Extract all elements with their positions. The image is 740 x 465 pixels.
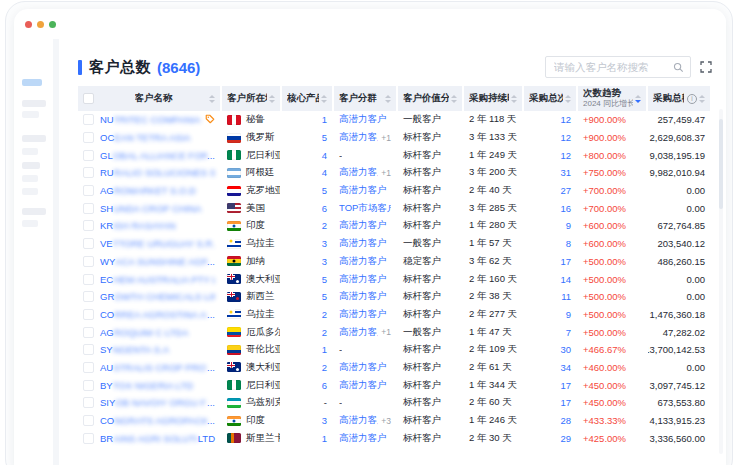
total-purchases-link[interactable]: 12: [560, 150, 571, 161]
row-checkbox[interactable]: [83, 415, 94, 426]
row-checkbox[interactable]: [83, 344, 94, 355]
core-products-link[interactable]: 3: [322, 415, 327, 426]
column-header-tier[interactable]: 客户价值分层: [398, 86, 462, 111]
table-row[interactable]: GROWTH CHEMICALS LIMITED新西兰5高潜力客户标杆客户2 年…: [78, 288, 710, 306]
column-header-location[interactable]: 客户所在地: [222, 86, 280, 111]
core-products-link[interactable]: 5: [322, 274, 327, 285]
window-close-button[interactable]: [25, 21, 32, 28]
segment-link[interactable]: 高潜力客户: [339, 273, 387, 286]
total-purchases-link[interactable]: 27: [560, 185, 571, 196]
sort-icon[interactable]: [511, 95, 517, 103]
info-icon[interactable]: [687, 94, 697, 104]
core-products-link[interactable]: 2: [322, 220, 327, 231]
segment-link[interactable]: 高潜力客户: [339, 308, 387, 321]
table-row[interactable]: CONGRATS AGROPACK PRIVATE...印度3高潜力客户+3标杆…: [78, 412, 710, 430]
table-row[interactable]: VETTORE URUGUAY S.R.L乌拉圭3高潜力客户一般客户1 年 57…: [78, 235, 710, 253]
row-checkbox[interactable]: [83, 309, 94, 320]
sort-icon[interactable]: [699, 95, 705, 103]
row-checkbox[interactable]: [83, 185, 94, 196]
column-header-name[interactable]: 客户名称: [78, 86, 220, 111]
core-products-link[interactable]: 4: [322, 167, 327, 178]
core-products-link[interactable]: 5: [322, 291, 327, 302]
core-products-link[interactable]: 1: [322, 114, 327, 125]
customer-name-link[interactable]: WYACA SUNSHINE AGRO PRODU...: [100, 256, 215, 267]
table-row[interactable]: SHUNDA CROP CHINA美国6TOP市场客户标杆客户3 年 285 天…: [78, 199, 710, 217]
total-purchases-link[interactable]: 16: [560, 203, 571, 214]
total-purchases-link[interactable]: 17: [560, 380, 571, 391]
row-checkbox[interactable]: [83, 167, 94, 178]
total-purchases-link[interactable]: 31: [560, 167, 571, 178]
row-checkbox[interactable]: [83, 114, 94, 125]
customer-name-link[interactable]: VETTORE URUGUAY S.R.L: [100, 238, 215, 249]
column-header-duration[interactable]: 采购持续时间: [464, 86, 522, 111]
sort-icon[interactable]: [565, 95, 571, 103]
core-products-link[interactable]: 3: [322, 256, 327, 267]
row-checkbox[interactable]: [83, 274, 94, 285]
column-header-segment[interactable]: 客户分群: [334, 86, 396, 111]
core-products-link[interactable]: 2: [322, 309, 327, 320]
segment-link[interactable]: 高潜力客户: [339, 326, 378, 339]
table-row[interactable]: NUTRITEC COMPANIA S.A.C秘鲁1高潜力客户一般客户2 年 1…: [78, 111, 710, 129]
search-input[interactable]: [552, 60, 673, 74]
total-purchases-link[interactable]: 11: [561, 291, 571, 302]
total-purchases-link[interactable]: 12: [560, 132, 571, 143]
row-checkbox[interactable]: [83, 132, 94, 143]
segment-link[interactable]: 高潜力客户: [339, 113, 387, 126]
segment-link[interactable]: TOP市场客户: [339, 202, 391, 215]
row-checkbox[interactable]: [83, 256, 94, 267]
column-header-total[interactable]: 采购总额: [648, 86, 710, 111]
row-checkbox[interactable]: [83, 220, 94, 231]
core-products-link[interactable]: 5: [322, 132, 327, 143]
table-row[interactable]: AGROMARKET S.O.D克罗地亚5高潜力客户标杆客户2 年 40 天27…: [78, 182, 710, 200]
total-purchases-link[interactable]: 17: [560, 256, 571, 267]
total-purchases-link[interactable]: 12: [560, 114, 571, 125]
search-icon[interactable]: [673, 62, 684, 73]
row-checkbox[interactable]: [83, 203, 94, 214]
column-header-trend[interactable]: 次数趋势2024 同比增长率: [578, 86, 646, 111]
total-purchases-link[interactable]: 30: [560, 344, 571, 355]
table-row[interactable]: BYTOX NIGERIA LTD尼日利亚6高潜力客户标杆客户1 年 344 天…: [78, 376, 710, 394]
column-header-purchases[interactable]: 采购总次数: [524, 86, 576, 111]
sort-icon[interactable]: [635, 95, 641, 103]
segment-link[interactable]: 高潜力客户: [339, 255, 387, 268]
row-checkbox[interactable]: [83, 397, 94, 408]
segment-link[interactable]: 高潜力客户: [339, 432, 387, 445]
customer-name-link[interactable]: GLOBAL ALLIANCE FOR CHEMICA...: [100, 150, 215, 161]
row-checkbox[interactable]: [83, 291, 94, 302]
customer-name-link[interactable]: SIYOB NAVOIY ORGU FERMER X...: [100, 397, 215, 408]
window-minimize-button[interactable]: [37, 21, 44, 28]
total-purchases-link[interactable]: 29: [560, 433, 571, 444]
customer-name-link[interactable]: NUTRITEC COMPANIA S.A.C: [100, 114, 202, 125]
table-row[interactable]: SIYOB NAVOIY ORGU FERMER X...乌兹别克斯坦--标杆客…: [78, 394, 710, 412]
window-zoom-button[interactable]: [49, 21, 56, 28]
table-row[interactable]: RURALIO SOLUCIONES S.A阿根廷4高潜力客户+1标杆客户3 年…: [78, 164, 710, 182]
total-purchases-link[interactable]: 17: [560, 397, 571, 408]
customer-name-link[interactable]: SYNGENTA S.A: [100, 344, 215, 355]
segment-link[interactable]: 高潜力客户: [339, 290, 387, 303]
row-checkbox[interactable]: [83, 327, 94, 338]
sort-icon[interactable]: [209, 95, 215, 103]
sort-icon[interactable]: [321, 95, 327, 103]
customer-name-link[interactable]: RURALIO SOLUCIONES S.A: [100, 167, 215, 178]
table-row[interactable]: AGROQUIM C LTDA厄瓜多尔2高潜力客户+1一般客户1 年 47 天7…: [78, 323, 710, 341]
customer-name-link[interactable]: CORREA AGROSTINA ALIADO R...: [100, 309, 215, 320]
table-row[interactable]: BRAINS AGRI SOLUTIONS PVT LTD斯里兰卡1高潜力客户标…: [78, 429, 710, 447]
total-purchases-link[interactable]: 8: [566, 238, 571, 249]
customer-name-link[interactable]: ECHEM AUSTRALIA PTY LIMITED: [100, 274, 215, 285]
sort-icon[interactable]: [385, 95, 391, 103]
customer-name-link[interactable]: AGROQUIM C LTDA: [100, 327, 215, 338]
table-row[interactable]: ECHEM AUSTRALIA PTY LIMITED澳大利亚5高潜力客户标杆客…: [78, 270, 710, 288]
table-row[interactable]: KRISH RASAYAN印度2高潜力客户标杆客户1 年 280 天9+600.…: [78, 217, 710, 235]
row-checkbox[interactable]: [83, 238, 94, 249]
customer-name-link[interactable]: OCEAN TETRA ASIA: [100, 132, 215, 143]
core-products-link[interactable]: 5: [322, 185, 327, 196]
table-row[interactable]: OCEAN TETRA ASIA俄罗斯5高潜力客户+1标杆客户3 年 133 天…: [78, 129, 710, 147]
table-row[interactable]: GLOBAL ALLIANCE FOR CHEMICA...尼日利亚4-标杆客户…: [78, 146, 710, 164]
core-products-link[interactable]: 2: [322, 362, 327, 373]
segment-link[interactable]: 高潜力客户: [339, 219, 387, 232]
row-checkbox[interactable]: [83, 433, 94, 444]
table-row[interactable]: SYNGENTA S.A哥伦比亚1-标杆客户2 年 109 天30+466.67…: [78, 341, 710, 359]
select-all-checkbox[interactable]: [83, 93, 94, 104]
customer-name-link[interactable]: BYTOX NIGERIA LTD: [100, 380, 215, 391]
customer-name-link[interactable]: CONGRATS AGROPACK PRIVATE...: [100, 415, 215, 426]
